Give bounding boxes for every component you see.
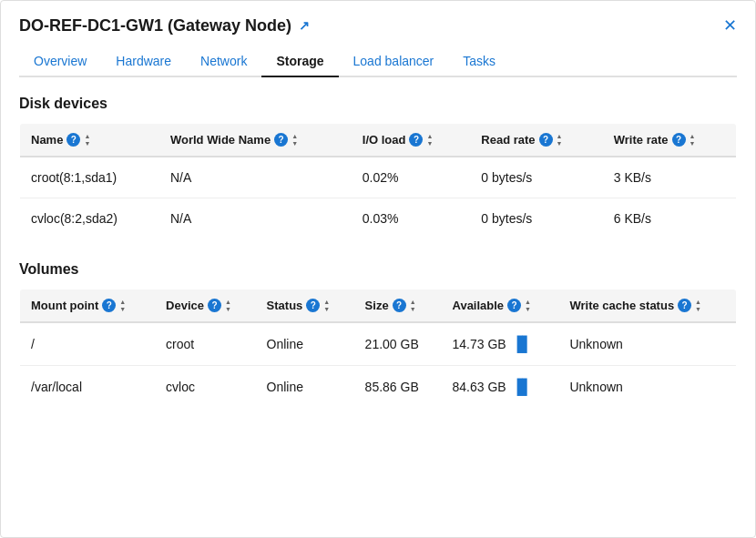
disk-row2-name: cvloc(8:2,sda2) [20,198,159,239]
vol-row1-available: 14.73 GB ▐▌ [442,322,559,366]
vol-row2-status: Online [256,366,354,409]
panel-title: DO-REF-DC1-GW1 (Gateway Node) ↗ [19,16,310,36]
disk-row2-read: 0 bytes/s [470,198,602,239]
vol-row1-status: Online [256,322,354,366]
close-icon[interactable]: ✕ [723,15,737,36]
wwn-help-icon[interactable]: ? [274,133,288,147]
disk-devices-title: Disk devices [19,96,737,112]
cache-sort-icon[interactable] [695,299,701,312]
disk-table-header-row: Name ? World Wide Name ? I/O load [20,124,737,157]
status-help-icon[interactable]: ? [306,299,320,312]
tab-bar: Overview Hardware Network Storage Load b… [19,46,737,77]
disk-row1-write: 3 KB/s [603,157,737,198]
size-sort-icon[interactable] [410,299,416,312]
col-write-rate: Write rate ? [603,124,737,157]
wwn-sort-icon[interactable] [291,133,298,147]
bar-chart-icon[interactable]: ▐▌ [512,336,533,352]
table-row: /var/local cvloc Online 85.86 GB 84.63 G… [20,366,737,409]
write-help-icon[interactable]: ? [672,133,686,147]
disk-row1-io: 0.02% [352,157,471,198]
cache-help-icon[interactable]: ? [678,299,691,312]
read-help-icon[interactable]: ? [539,133,553,147]
vol-row2-mount: /var/local [20,366,156,409]
table-row: croot(8:1,sda1) N/A 0.02% 0 bytes/s 3 KB… [20,157,737,198]
vol-row1-mount: / [20,322,156,366]
table-row: / croot Online 21.00 GB 14.73 GB ▐▌ Unkn… [20,322,737,366]
volumes-table: Mount point ? Device ? Status ? [19,289,737,409]
tab-network[interactable]: Network [186,46,261,77]
volumes-title: Volumes [19,261,737,278]
col-device: Device ? [155,289,256,323]
write-sort-icon[interactable] [690,133,696,147]
panel-header: DO-REF-DC1-GW1 (Gateway Node) ↗ ✕ [19,15,737,36]
tab-storage[interactable]: Storage [261,46,338,77]
col-io-load: I/O load ? [352,124,471,157]
col-status: Status ? [256,289,354,323]
disk-row1-name: croot(8:1,sda1) [20,157,159,198]
tab-overview[interactable]: Overview [19,46,101,77]
vol-row2-available: 84.63 GB ▐▌ [442,366,559,409]
read-sort-icon[interactable] [557,133,563,147]
name-help-icon[interactable]: ? [66,133,80,147]
title-text: DO-REF-DC1-GW1 (Gateway Node) [19,16,291,36]
disk-row2-wwn: N/A [159,198,352,239]
vol-row2-device: cvloc [155,366,256,409]
device-help-icon[interactable]: ? [208,299,221,312]
disk-devices-table: Name ? World Wide Name ? I/O load [19,123,737,239]
vol-row2-size: 85.86 GB [354,366,442,409]
size-help-icon[interactable]: ? [393,299,406,312]
io-sort-icon[interactable] [426,133,433,147]
col-wwn: World Wide Name ? [159,124,352,157]
tab-hardware[interactable]: Hardware [101,46,186,77]
io-help-icon[interactable]: ? [409,133,423,147]
col-mount: Mount point ? [20,289,156,323]
col-size: Size ? [354,289,442,323]
disk-row1-read: 0 bytes/s [470,157,602,198]
tab-load-balancer[interactable]: Load balancer [339,46,449,77]
mount-help-icon[interactable]: ? [102,299,116,312]
status-sort-icon[interactable] [323,299,330,312]
vol-row1-cache: Unknown [558,322,736,366]
vol-row1-device: croot [155,322,256,366]
main-panel: DO-REF-DC1-GW1 (Gateway Node) ↗ ✕ Overvi… [0,0,756,538]
device-sort-icon[interactable] [225,299,231,312]
col-name: Name ? [20,124,159,157]
table-row: cvloc(8:2,sda2) N/A 0.03% 0 bytes/s 6 KB… [20,198,737,239]
disk-row1-wwn: N/A [159,157,352,198]
bar-chart-icon[interactable]: ▐▌ [512,379,533,395]
disk-row2-io: 0.03% [352,198,471,239]
name-sort-icon[interactable] [84,133,90,147]
disk-row2-write: 6 KB/s [603,198,737,239]
col-write-cache: Write cache status ? [558,289,736,323]
vol-row2-cache: Unknown [558,366,736,409]
col-available: Available ? [442,289,559,323]
col-read-rate: Read rate ? [470,124,602,157]
vol-row1-size: 21.00 GB [354,322,442,366]
volumes-header-row: Mount point ? Device ? Status ? [20,289,737,323]
external-link-icon[interactable]: ↗ [299,18,310,33]
mount-sort-icon[interactable] [119,299,126,312]
tab-tasks[interactable]: Tasks [448,46,510,77]
available-help-icon[interactable]: ? [507,299,521,312]
available-sort-icon[interactable] [525,299,531,312]
